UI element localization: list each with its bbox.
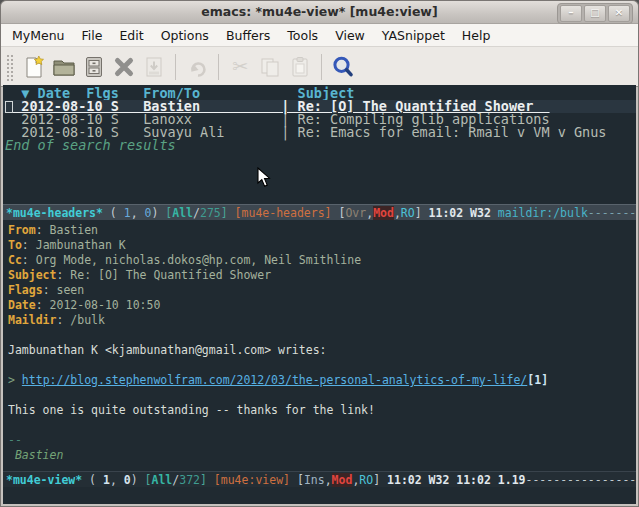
text-run-cur: 2012-08-10 S Bastien | Re: [O] The Quant…	[5, 98, 550, 114]
text-run-body: This one is quite outstanding -- thanks …	[8, 403, 375, 417]
text-run-ml-fg: ]	[415, 206, 429, 220]
window-title: emacs: *mu4e-view* [mu4e:view]	[1, 1, 638, 23]
end-of-search-results: End of search results	[5, 139, 636, 152]
text-run-ml-ro: RO	[401, 206, 415, 220]
blank-line	[8, 358, 636, 373]
undo-icon	[185, 55, 209, 79]
text-run-ml-mode: [mu4e-headers]	[235, 206, 339, 220]
text-run-ml-strong: 11:02 W32	[429, 206, 498, 220]
headers-window: ▼ Date Flgs From/To Subject 2012-08-10 S…	[3, 85, 636, 206]
text-run-ml-cnt: 275	[200, 206, 221, 220]
text-run-colon: :	[36, 223, 50, 237]
menu-bar: MyMenu File Edit Options Buffers Tools V…	[1, 24, 638, 47]
text-run-ml-brk: ]	[221, 206, 235, 220]
headers-modeline: *mu4e-headers* ( 1, 0) [All/275] [mu4e-h…	[3, 204, 636, 220]
text-run-ml-brk: ]	[200, 473, 214, 487]
text-run-colon: :	[43, 283, 57, 297]
msg-header-flags: Flags: seen	[8, 283, 636, 298]
text-run-ml-fg: )	[131, 473, 145, 487]
editor-area: ▼ Date Flgs From/To Subject 2012-08-10 S…	[3, 85, 636, 504]
menu-item-buffers[interactable]: Buffers	[219, 26, 277, 45]
text-run-ml-dash1: ------------------	[588, 206, 636, 220]
text-run-ml-fg: )	[151, 206, 165, 220]
text-run-colon: :	[22, 253, 36, 267]
text-run-ml-mod: Mod	[332, 473, 353, 487]
new-file-button[interactable]	[19, 51, 49, 83]
window-controls: – □ ✕	[557, 3, 633, 24]
text-run-ml-fg: (	[103, 206, 124, 220]
text-run-value: /bulk	[70, 313, 105, 327]
menu-item-file[interactable]: File	[75, 26, 110, 45]
text-run-ml-dim: Ovr	[345, 206, 366, 220]
msg-signature-name: Bastien	[8, 448, 636, 463]
paste-button	[285, 51, 315, 83]
toolbar-drag-handle[interactable]	[5, 53, 13, 81]
text-run-body: Jambunathan K <kjambunathan@gmail.com> w…	[8, 343, 327, 357]
menu-item-yasnippet[interactable]: YASnippet	[375, 26, 452, 45]
menu-item-edit[interactable]: Edit	[112, 26, 150, 45]
message-link[interactable]: http://blog.stephenwolfram.com/2012/03/t…	[22, 373, 527, 387]
save-as-icon	[142, 55, 166, 79]
text-run-value: Bastien	[50, 223, 98, 237]
text-run-ml-fg: ]	[373, 473, 387, 487]
text-run-ml-all: All	[151, 473, 172, 487]
close-buffer-icon	[112, 55, 136, 79]
text-run-label: Cc	[8, 253, 22, 267]
text-run-ml-numb: 1	[103, 473, 110, 487]
blank-line	[8, 418, 636, 433]
text-run-ml-num: 1	[124, 206, 131, 220]
text-run-value: Jambunathan K	[36, 238, 126, 252]
save-icon	[82, 55, 106, 79]
toolbar-separator	[218, 54, 219, 80]
text-run-ml-ro: RO	[359, 473, 373, 487]
text-run-ml-mod: Mod	[373, 206, 394, 220]
save-button[interactable]	[79, 51, 109, 83]
toolbar-separator	[175, 54, 176, 80]
msg-header-maildir: Maildir: /bulk	[8, 313, 636, 328]
search-button[interactable]	[328, 51, 358, 83]
titlebar[interactable]: emacs: *mu4e-view* [mu4e:view] – □ ✕	[1, 1, 638, 24]
text-run-ml-dir: maildir:/bulk	[498, 206, 588, 220]
text-run-colon: :	[22, 238, 36, 252]
text-run-label: Flags	[8, 283, 43, 297]
menu-item-options[interactable]: Options	[154, 26, 216, 45]
echo-area[interactable]	[3, 487, 636, 504]
text-run-ml-fg: ,	[110, 473, 124, 487]
msg-header-from: From: Bastien	[8, 223, 636, 238]
text-run-ml-fg: /	[193, 206, 200, 220]
msg-body-comment: This one is quite outstanding -- thanks …	[8, 403, 636, 418]
mouse-cursor	[257, 167, 271, 188]
text-run-sig: --	[8, 433, 22, 447]
text-run-signame: Bastien	[8, 448, 63, 462]
text-run-ml-name: *mu4e-headers*	[6, 206, 103, 220]
menu-item-view[interactable]: View	[328, 26, 372, 45]
menu-item-mymenu[interactable]: MyMenu	[5, 26, 72, 45]
text-run-value: Org Mode, nicholas.dokos@hp.com, Neil Sm…	[36, 253, 361, 267]
text-run-label: Subject	[8, 268, 56, 282]
copy-icon	[258, 55, 282, 79]
minimize-button[interactable]: –	[560, 5, 582, 22]
open-file-button[interactable]	[49, 51, 79, 83]
close-buffer-button[interactable]	[109, 51, 139, 83]
text-run-colon: :	[56, 268, 70, 282]
msg-body-intro: Jambunathan K <kjambunathan@gmail.com> w…	[8, 343, 636, 358]
emacs-window: emacs: *mu4e-view* [mu4e:view] – □ ✕ MyM…	[0, 0, 639, 507]
text-run-ml-ins: Ins	[304, 473, 325, 487]
header-row-current-text: 2012-08-10 S Bastien | Re: [O] The Quant…	[5, 98, 550, 114]
text-cursor	[5, 101, 13, 113]
menu-item-tools[interactable]: Tools	[280, 26, 325, 45]
toolbar-separator	[321, 54, 322, 80]
close-button[interactable]: ✕	[608, 5, 630, 22]
maximize-button[interactable]: □	[584, 5, 606, 22]
header-row-current[interactable]: 2012-08-10 S Bastien | Re: [O] The Quant…	[3, 100, 636, 113]
text-run-linkref: [1]	[527, 373, 548, 387]
cut-button: ✂	[225, 51, 255, 83]
menu-item-help[interactable]: Help	[455, 26, 498, 45]
view-modeline: *mu4e-view* ( 1, 0) [All/372] [mu4e:view…	[3, 471, 636, 487]
paste-icon	[288, 55, 312, 79]
text-run-ml-mode: [mu4e:view]	[214, 473, 297, 487]
save-as-button	[139, 51, 169, 83]
copy-button	[255, 51, 285, 83]
text-run-endres: End of search results	[5, 137, 176, 153]
blank-line	[8, 328, 636, 343]
